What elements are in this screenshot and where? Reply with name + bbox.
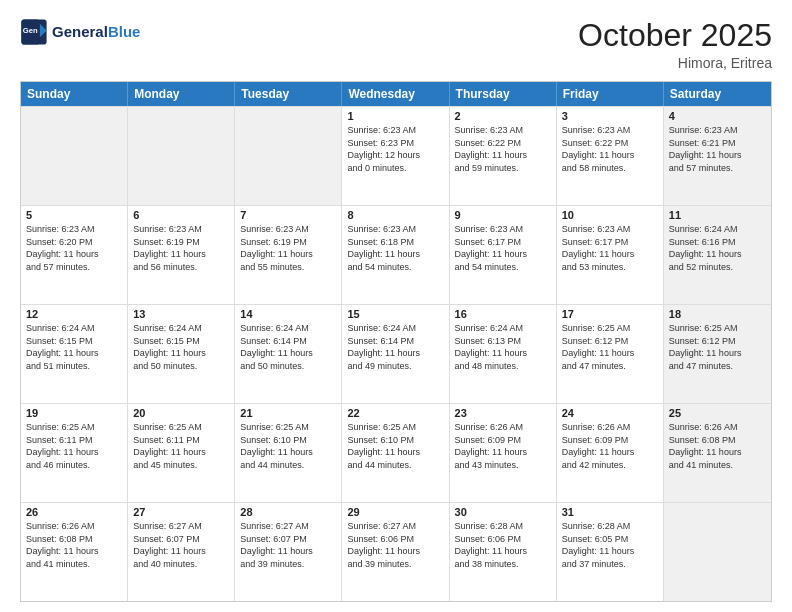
cell-info: Daylight: 11 hours	[240, 446, 336, 459]
cell-info: Sunset: 6:10 PM	[347, 434, 443, 447]
cell-info: Sunset: 6:07 PM	[240, 533, 336, 546]
weekday-header: Saturday	[664, 82, 771, 106]
cell-info: and 38 minutes.	[455, 558, 551, 571]
cell-info: Daylight: 11 hours	[669, 248, 766, 261]
cell-info: and 43 minutes.	[455, 459, 551, 472]
cell-info: Sunrise: 6:23 AM	[133, 223, 229, 236]
cell-info: and 50 minutes.	[133, 360, 229, 373]
cell-info: Daylight: 11 hours	[240, 347, 336, 360]
cell-info: Sunrise: 6:25 AM	[133, 421, 229, 434]
weekday-header: Friday	[557, 82, 664, 106]
cell-info: and 54 minutes.	[347, 261, 443, 274]
calendar-cell: 26Sunrise: 6:26 AMSunset: 6:08 PMDayligh…	[21, 503, 128, 601]
cell-info: and 58 minutes.	[562, 162, 658, 175]
cell-info: Daylight: 11 hours	[455, 446, 551, 459]
calendar-cell: 19Sunrise: 6:25 AMSunset: 6:11 PMDayligh…	[21, 404, 128, 502]
cell-info: Sunrise: 6:24 AM	[240, 322, 336, 335]
cell-info: and 37 minutes.	[562, 558, 658, 571]
cell-info: and 51 minutes.	[26, 360, 122, 373]
cell-info: Sunset: 6:17 PM	[455, 236, 551, 249]
day-number: 7	[240, 209, 336, 221]
cell-info: Sunset: 6:17 PM	[562, 236, 658, 249]
cell-info: Sunrise: 6:23 AM	[347, 124, 443, 137]
logo-icon: Gen	[20, 18, 48, 46]
header: Gen GeneralBlue October 2025 Himora, Eri…	[20, 18, 772, 71]
day-number: 26	[26, 506, 122, 518]
calendar-cell: 2Sunrise: 6:23 AMSunset: 6:22 PMDaylight…	[450, 107, 557, 205]
cell-info: Sunrise: 6:24 AM	[669, 223, 766, 236]
cell-info: Sunset: 6:11 PM	[26, 434, 122, 447]
cell-info: Daylight: 11 hours	[347, 347, 443, 360]
svg-text:Gen: Gen	[23, 26, 38, 35]
cell-info: Daylight: 11 hours	[240, 545, 336, 558]
cell-info: Sunrise: 6:24 AM	[455, 322, 551, 335]
page: Gen GeneralBlue October 2025 Himora, Eri…	[0, 0, 792, 612]
cell-info: Sunrise: 6:25 AM	[347, 421, 443, 434]
calendar-cell: 29Sunrise: 6:27 AMSunset: 6:06 PMDayligh…	[342, 503, 449, 601]
calendar-cell: 31Sunrise: 6:28 AMSunset: 6:05 PMDayligh…	[557, 503, 664, 601]
cell-info: Sunset: 6:19 PM	[133, 236, 229, 249]
calendar-cell: 27Sunrise: 6:27 AMSunset: 6:07 PMDayligh…	[128, 503, 235, 601]
day-number: 11	[669, 209, 766, 221]
cell-info: and 47 minutes.	[562, 360, 658, 373]
cell-info: and 53 minutes.	[562, 261, 658, 274]
day-number: 13	[133, 308, 229, 320]
calendar-cell: 15Sunrise: 6:24 AMSunset: 6:14 PMDayligh…	[342, 305, 449, 403]
calendar-cell: 11Sunrise: 6:24 AMSunset: 6:16 PMDayligh…	[664, 206, 771, 304]
cell-info: Daylight: 11 hours	[562, 446, 658, 459]
cell-info: Daylight: 11 hours	[133, 446, 229, 459]
location: Himora, Eritrea	[578, 55, 772, 71]
cell-info: Sunset: 6:15 PM	[26, 335, 122, 348]
weekday-header: Thursday	[450, 82, 557, 106]
cell-info: Daylight: 11 hours	[669, 149, 766, 162]
cell-info: and 41 minutes.	[669, 459, 766, 472]
cell-info: Sunrise: 6:26 AM	[455, 421, 551, 434]
cell-info: and 54 minutes.	[455, 261, 551, 274]
cell-info: Daylight: 11 hours	[455, 149, 551, 162]
cell-info: Sunrise: 6:27 AM	[133, 520, 229, 533]
cell-info: Daylight: 11 hours	[562, 248, 658, 261]
cell-info: Sunset: 6:18 PM	[347, 236, 443, 249]
day-number: 25	[669, 407, 766, 419]
day-number: 6	[133, 209, 229, 221]
logo-line2: Blue	[108, 23, 141, 40]
cell-info: and 44 minutes.	[240, 459, 336, 472]
day-number: 10	[562, 209, 658, 221]
day-number: 30	[455, 506, 551, 518]
calendar-cell: 12Sunrise: 6:24 AMSunset: 6:15 PMDayligh…	[21, 305, 128, 403]
day-number: 1	[347, 110, 443, 122]
cell-info: Sunset: 6:23 PM	[347, 137, 443, 150]
cell-info: Daylight: 11 hours	[669, 347, 766, 360]
cell-info: Daylight: 12 hours	[347, 149, 443, 162]
cell-info: Daylight: 11 hours	[347, 446, 443, 459]
day-number: 24	[562, 407, 658, 419]
calendar-cell: 30Sunrise: 6:28 AMSunset: 6:06 PMDayligh…	[450, 503, 557, 601]
cell-info: Sunset: 6:07 PM	[133, 533, 229, 546]
cell-info: and 40 minutes.	[133, 558, 229, 571]
month-title: October 2025	[578, 18, 772, 53]
cell-info: Sunrise: 6:28 AM	[455, 520, 551, 533]
cell-info: Sunset: 6:11 PM	[133, 434, 229, 447]
cell-info: Sunrise: 6:27 AM	[347, 520, 443, 533]
cell-info: Daylight: 11 hours	[26, 347, 122, 360]
cell-info: and 46 minutes.	[26, 459, 122, 472]
day-number: 3	[562, 110, 658, 122]
cell-info: Sunset: 6:15 PM	[133, 335, 229, 348]
calendar-row: 19Sunrise: 6:25 AMSunset: 6:11 PMDayligh…	[21, 403, 771, 502]
cell-info: Sunset: 6:06 PM	[347, 533, 443, 546]
day-number: 28	[240, 506, 336, 518]
cell-info: Sunrise: 6:23 AM	[562, 223, 658, 236]
day-number: 27	[133, 506, 229, 518]
day-number: 16	[455, 308, 551, 320]
day-number: 31	[562, 506, 658, 518]
cell-info: and 56 minutes.	[133, 261, 229, 274]
calendar-cell: 22Sunrise: 6:25 AMSunset: 6:10 PMDayligh…	[342, 404, 449, 502]
cell-info: and 59 minutes.	[455, 162, 551, 175]
day-number: 23	[455, 407, 551, 419]
day-number: 17	[562, 308, 658, 320]
cell-info: Sunset: 6:09 PM	[455, 434, 551, 447]
logo-text: GeneralBlue	[52, 24, 140, 41]
cell-info: Sunset: 6:22 PM	[455, 137, 551, 150]
cell-info: Sunrise: 6:25 AM	[240, 421, 336, 434]
calendar-cell: 6Sunrise: 6:23 AMSunset: 6:19 PMDaylight…	[128, 206, 235, 304]
